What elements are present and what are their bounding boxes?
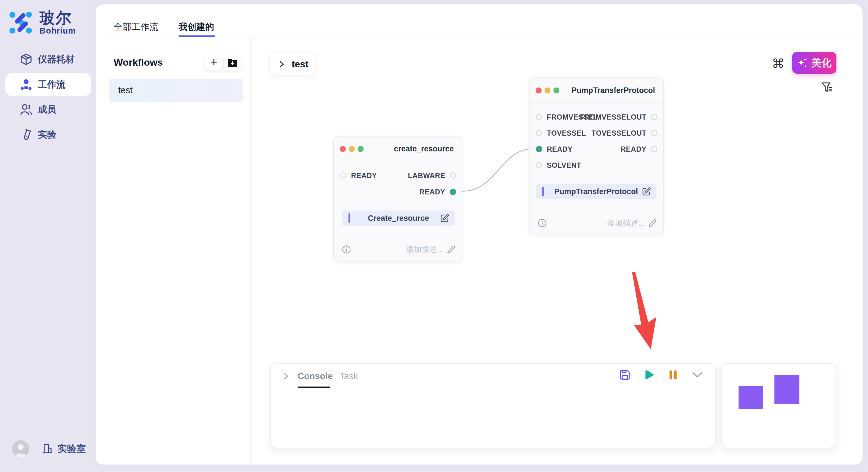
breadcrumb-label: test [291,59,309,70]
chevron-right-icon [278,60,285,69]
sidebar-item-label: 仪器耗材 [38,53,74,66]
node-header: PumpTransferProtocol [530,78,663,103]
beautify-button[interactable]: 美化 [792,52,836,74]
port-handle[interactable] [651,114,657,120]
node-footer: 添加描述... [334,242,462,257]
port-handle[interactable] [340,172,346,179]
pill-label: Create_resource [342,210,455,226]
dot-red-icon [340,146,346,152]
command-palette-button[interactable]: ⌘ [771,56,786,71]
port-handle[interactable] [536,114,542,120]
node-pill-create-resource[interactable]: Create_resource [342,210,455,226]
import-workflow-button[interactable] [224,55,241,71]
brand-logo[interactable]: 玻尔 Bohrium [9,10,76,36]
input-port-tovessel[interactable]: TOVESSEL [536,127,591,140]
tab-all-workflows[interactable]: 全部工作流 [114,21,158,33]
workflows-panel-title: Workflows [114,57,163,68]
sparkles-icon [797,57,808,68]
command-icon: ⌘ [772,56,784,71]
pill-label: PumpTransferProtocol [536,184,656,199]
description-field[interactable]: 添加描述... [406,244,456,255]
dot-yellow-icon [545,88,551,94]
dot-green-icon [358,146,364,152]
output-port-fromvesselout[interactable]: FROMVESSELOUT [575,110,657,124]
port-handle[interactable] [651,130,657,136]
node-title: PumpTransferProtocol [571,78,655,103]
chevron-down-icon[interactable] [691,368,704,381]
run-icon[interactable] [642,368,656,381]
sidebar-item-label: 工作流 [38,78,65,91]
save-icon[interactable] [618,368,631,381]
edit-icon[interactable] [642,187,651,196]
sidebar: 玻尔 Bohrium 仪器耗材 [0,0,96,472]
sidebar-item-workflow[interactable]: 工作流 [5,73,91,96]
output-port-tovesselout[interactable]: TOVESSELOUT [587,127,657,140]
beautify-label: 美化 [811,56,832,70]
lab-switcher[interactable]: 实验室 [42,442,86,456]
minimap-node-create-resource [739,386,763,409]
minimap[interactable] [721,363,836,448]
input-port-ready[interactable]: READY [340,169,381,182]
console-tab-underline [298,386,330,388]
minimap-node-pump-transfer [774,375,799,404]
input-port-solvent[interactable]: SOLVENT [536,159,586,172]
bohrium-logo-icon [9,11,33,34]
input-port-ready[interactable]: READY [536,142,577,156]
members-icon [20,103,33,116]
dot-yellow-icon [349,146,355,152]
dot-red-icon [536,88,541,94]
console-actions [618,368,704,381]
pause-icon[interactable] [666,368,680,381]
output-port-labware[interactable]: LABWARE [403,169,456,182]
node-footer: 添加描述... [530,216,663,230]
node-title: create_resource [394,136,454,161]
tab-console[interactable]: Console [298,371,333,381]
test-tube-icon [20,128,33,141]
info-icon[interactable] [342,245,351,254]
lab-label: 实验室 [57,442,86,456]
port-handle[interactable] [651,146,657,152]
plus-icon: + [210,56,218,68]
node-header: create_resource [334,136,462,161]
node-pump-transfer-protocol[interactable]: PumpTransferProtocol FROMVESSEL TOVESSEL… [529,77,663,235]
sidebar-item-label: 实验 [38,129,56,141]
console-panel: Console Task [270,363,716,448]
edit-icon[interactable] [440,213,450,223]
sidebar-item-label: 成员 [38,103,56,116]
node-create-resource[interactable]: create_resource READY LABWARE READY Crea… [333,136,462,262]
add-workflow-button[interactable]: + [205,55,223,71]
filter-icon[interactable] [821,82,833,94]
port-handle[interactable] [536,162,542,168]
console-collapse-icon[interactable] [282,372,291,381]
building-icon [42,443,53,454]
bohrium-workflow-app: 玻尔 Bohrium 仪器耗材 [0,0,868,472]
tab-created-by-me[interactable]: 我创建的 [179,21,214,33]
port-handle-connected[interactable] [536,146,542,152]
dot-green-icon [553,88,559,94]
workflow-team-icon [20,78,33,91]
port-handle-connected[interactable] [450,189,456,195]
output-port-ready[interactable]: READY [616,142,657,156]
node-pill-pump-transfer[interactable]: PumpTransferProtocol [536,184,656,199]
pencil-icon [447,245,456,254]
sidebar-item-experiments[interactable]: 实验 [5,123,91,146]
workflow-item-label: test [118,85,133,96]
brand-title: 玻尔 [40,10,76,26]
port-handle[interactable] [450,172,456,179]
sidebar-footer: 实验室 [12,440,86,458]
info-icon[interactable] [538,218,547,228]
main-content-card: 全部工作流 我创建的 Workflows + test [96,4,863,465]
folder-download-icon [227,58,238,67]
tab-task[interactable]: Task [340,371,358,381]
pencil-icon [648,219,657,227]
brand-subtitle: Bohrium [40,26,76,36]
breadcrumb[interactable]: test [270,53,315,76]
workflow-list-item-test[interactable]: test [109,79,243,102]
output-port-ready[interactable]: READY [415,185,456,198]
port-handle[interactable] [536,130,542,136]
box-icon [20,53,33,66]
user-avatar[interactable] [12,440,29,458]
description-field[interactable]: 添加描述... [607,218,657,228]
sidebar-item-instruments[interactable]: 仪器耗材 [5,48,91,71]
sidebar-item-members[interactable]: 成员 [5,98,91,121]
